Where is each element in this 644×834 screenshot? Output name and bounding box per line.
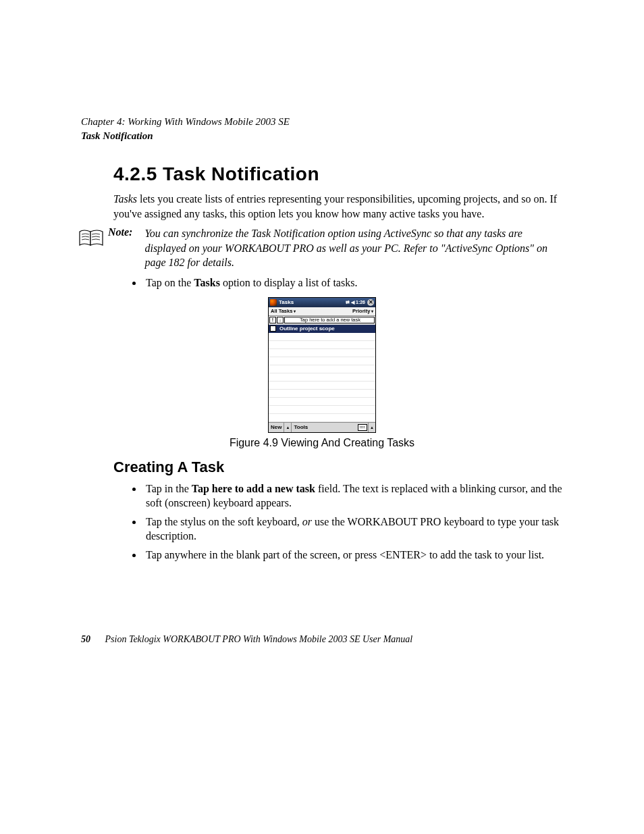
- task-checkbox[interactable]: [270, 325, 276, 332]
- wm-list-area[interactable]: [269, 333, 375, 422]
- figure-caption: Figure 4.9 Viewing And Creating Tasks: [81, 437, 563, 449]
- wm-menubar: New ▲ Tools ▲: [269, 422, 375, 432]
- list-item: Tap anywhere in the blank part of the sc…: [143, 548, 563, 563]
- page-footer: 50 Psion Teklogix WORKABOUT PRO With Win…: [81, 634, 563, 645]
- subheading: Creating A Task: [113, 459, 563, 476]
- note-label: Note:: [108, 226, 132, 238]
- clock-text: 1:26: [356, 300, 365, 305]
- section-line: Task Notification: [81, 129, 563, 143]
- running-header: Chapter 4: Working With Windows Mobile 2…: [81, 115, 563, 143]
- wm-title: Tasks: [279, 299, 294, 305]
- keyboard-icon[interactable]: [358, 424, 367, 431]
- wm-add-row: ! ↓ Tap here to add a new task: [269, 316, 375, 325]
- filter-sort-dropdown[interactable]: Priority: [352, 308, 373, 314]
- priority-low-button[interactable]: ↓: [277, 317, 284, 323]
- chapter-line: Chapter 4: Working With Windows Mobile 2…: [81, 115, 563, 129]
- start-icon[interactable]: [270, 299, 277, 306]
- close-icon[interactable]: ✕: [367, 299, 374, 306]
- wm-screenshot: Tasks ⇄ ◀ 1:26 ✕ All Tasks Priority ! ↓ …: [268, 297, 376, 433]
- menu-tools[interactable]: Tools: [292, 423, 310, 432]
- task-label: Outline project scope: [279, 325, 335, 332]
- wm-filter-bar: All Tasks Priority: [269, 307, 375, 316]
- list-item: Tap in the Tap here to add a new task fi…: [143, 481, 563, 511]
- speaker-icon: ◀: [351, 300, 354, 305]
- task-row[interactable]: Outline project scope: [269, 325, 375, 333]
- sync-icon: ⇄: [346, 300, 350, 305]
- intro-rest: lets you create lists of entries represe…: [113, 193, 557, 219]
- list-item: Tap the stylus on the soft keyboard, or …: [143, 515, 563, 544]
- footer-title: Psion Teklogix WORKABOUT PRO With Window…: [105, 634, 413, 644]
- intro-lead: Tasks: [113, 193, 137, 205]
- sip-up-arrow-icon[interactable]: ▲: [368, 423, 375, 432]
- page-number: 50: [81, 634, 90, 644]
- add-task-input[interactable]: Tap here to add a new task: [284, 317, 375, 323]
- wm-titlebar: Tasks ⇄ ◀ 1:26 ✕: [269, 298, 375, 307]
- menu-up-arrow-icon[interactable]: ▲: [284, 423, 292, 432]
- intro-paragraph: Tasks lets you create lists of entries r…: [113, 192, 563, 221]
- priority-high-button[interactable]: !: [269, 317, 276, 323]
- section-heading: 4.2.5 Task Notification: [113, 163, 563, 185]
- note-text: You can synchronize the Task Notificatio…: [144, 226, 563, 270]
- instruction-list-2: Tap in the Tap here to add a new task fi…: [113, 481, 563, 563]
- note-block: Note: You can synchronize the Task Notif…: [74, 226, 563, 270]
- list-item: Tap on the Tasks option to display a lis…: [143, 276, 563, 290]
- filter-category-dropdown[interactable]: All Tasks: [271, 308, 296, 314]
- figure: Tasks ⇄ ◀ 1:26 ✕ All Tasks Priority ! ↓ …: [81, 297, 563, 433]
- menu-new[interactable]: New: [269, 423, 284, 432]
- instruction-list-1: Tap on the Tasks option to display a lis…: [113, 276, 563, 290]
- book-icon: [74, 228, 108, 251]
